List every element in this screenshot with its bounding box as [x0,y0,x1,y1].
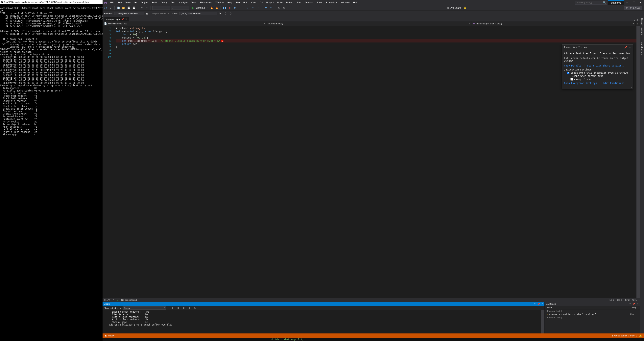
thread-dropdown[interactable]: [2604] Main Thread [180,12,217,15]
out-btn-5[interactable]: ⎙ [192,306,197,310]
nav-back-button[interactable]: ◯ [103,6,108,10]
flag-button[interactable]: ⚑ [218,11,222,16]
menu-analyze[interactable]: Analyze [177,1,190,5]
cs-pin-icon[interactable]: 📌 [632,303,635,305]
call-stack-header[interactable]: Call Stack ▾📌✕ [545,302,640,306]
quick-search[interactable]: 🔍 [575,1,606,5]
call-stack-rows[interactable]: [External Code]➜example1.exe!main(int ar… [545,309,640,333]
console-output[interactable]: ==23696==ERROR: AddressSanitizer: stack-… [0,4,102,136]
output-header[interactable]: Output ▾📌✕ [102,302,544,306]
exception-settings-header[interactable]: Exception Settings [564,68,631,71]
start-live-share-link[interactable]: Start Live Share session... [587,64,626,67]
menu-help[interactable]: Help [226,1,234,5]
process-dropdown[interactable]: [23696] example1.exe [114,12,144,15]
search-input[interactable] [575,1,607,5]
menu-window[interactable]: Window [339,1,351,5]
live-share-button[interactable]: ⇲Live Share [446,6,462,10]
pin-icon[interactable]: 📌 [122,18,124,20]
line-ending[interactable]: CRLF [632,299,638,301]
hot-reload-button[interactable]: 🔥 [210,6,214,10]
minimize-button[interactable]: — [624,1,630,5]
int-preview-badge[interactable]: INT PREVIEW [624,6,642,10]
solution-name[interactable]: example1 [608,1,624,5]
menu-tools[interactable]: Tools [315,1,324,5]
copy-details-link[interactable]: Copy Details [564,64,581,67]
menu-debug[interactable]: Debug [159,1,169,5]
restart-button[interactable]: ↻ [233,6,237,10]
menu-test[interactable]: Test [295,1,303,5]
menu-view[interactable]: View [124,1,132,5]
team-explorer-tab[interactable]: Team Explorer [640,40,644,57]
menu-test[interactable]: Test [170,1,177,5]
step-into-button[interactable]: ↓ [246,6,250,10]
save-button[interactable]: 💾 [126,6,131,10]
solution-explorer-tab[interactable]: Solution Explorer [640,17,644,36]
call-stack-columns[interactable]: Name Lang [545,306,640,309]
step-over-button[interactable]: ↷ [251,6,255,10]
out-btn-2[interactable]: ≡ [176,306,180,310]
char-number[interactable]: Ch: 1 [617,299,622,301]
call-stack-row[interactable]: [External Code] [545,316,640,319]
stackframe-button[interactable]: ⎙ [223,11,228,16]
tool-button-1[interactable]: ⎙ [276,6,281,10]
close-button[interactable]: ✕ [637,1,644,5]
nav-project-dropdown[interactable]: 📄 Miscellaneous Files▾ [102,22,267,26]
out-btn-4[interactable]: ≡ [187,306,192,310]
edit-conditions-link[interactable]: Edit Conditions [603,82,624,85]
redo-button[interactable]: ↷ [144,6,149,10]
menu-git[interactable]: Git [258,1,264,5]
split-view-icon[interactable]: ⫿ [636,22,640,26]
open-button[interactable]: 📂 [122,6,126,10]
menu-file[interactable]: File [108,1,116,5]
step-out-button[interactable]: ↑ [256,6,260,10]
menu-file[interactable]: File [234,1,242,5]
add-source-control-button[interactable]: ↑ Add to Source Control ▴ [612,334,637,337]
tab-overflow-icon[interactable]: ▾ [634,19,635,22]
output-close-icon[interactable]: ✕ [542,303,543,305]
output-dropdown-icon[interactable]: ▾ [534,303,536,305]
out-btn-3[interactable]: ≡ [182,306,186,310]
open-exception-settings-link[interactable]: Open Exception Settings [564,82,597,85]
issues-text[interactable]: No issues found [121,299,137,301]
doc-tab-example1[interactable]: example1.cpp 📌 ✕ [104,17,129,22]
tab-settings-icon[interactable]: ✶ [636,19,638,22]
pause-button[interactable]: ❚❚ [222,6,227,10]
menu-help[interactable]: Help [351,1,360,5]
resize-grip-icon[interactable]: ◢ [562,86,633,89]
platform-dropdown[interactable] [171,6,189,10]
menu-view[interactable]: View [249,1,258,5]
stop-button[interactable]: ■ [228,6,232,10]
step-back-button[interactable]: ↶ [264,6,268,10]
show-next-stmt-button[interactable]: → [240,6,245,10]
menu-analyze[interactable]: Analyze [303,1,315,5]
out-btn-1[interactable]: ≡ [170,306,175,310]
menu-tools[interactable]: Tools [189,1,198,5]
maximize-button[interactable]: ☐ [630,1,637,5]
step-fwd-button[interactable]: ↷ [269,6,273,10]
nav-scope-dropdown[interactable]: (Global Scope)▾ [267,22,471,26]
vs-logo-icon[interactable]: ⋈ [102,1,108,4]
line-number[interactable]: Ln: 5 [610,299,614,301]
menu-build[interactable]: Build [150,1,159,5]
notifications-icon[interactable]: 🔔 [639,334,642,337]
config-dropdown[interactable] [152,6,170,10]
menu-extensions[interactable]: Extensions [198,1,214,5]
close-popup-icon[interactable]: ✕ [629,46,631,49]
code-surface[interactable]: #include <string.h>int main(int argc, ch… [114,26,636,298]
save-all-button[interactable]: 💾 [132,6,136,10]
close-tab-icon[interactable]: ✕ [125,18,127,21]
new-item-button[interactable]: 📄 [116,6,120,10]
module-checkbox[interactable]: example1.exe [570,78,592,81]
zoom-level[interactable]: 111 % [104,299,110,301]
call-stack-row[interactable]: [External Code] [545,309,640,313]
lifecycle-icon[interactable]: ▣ [145,11,149,16]
menu-extensions[interactable]: Extensions [324,1,339,5]
menu-project[interactable]: Project [139,1,150,5]
stackframe-2-button[interactable]: ⎙ [228,11,233,16]
break-when-thrown-checkbox[interactable]: Break when this exception type is thrown [567,72,628,74]
menu-git[interactable]: Git [132,1,139,5]
menu-build[interactable]: Build [276,1,284,5]
console-titlebar[interactable]: ▣ C:\MSDN\cpp-docs-pr\docs\c-language\AS… [0,0,102,4]
output-source-dropdown[interactable]: Debug▾ [122,306,166,310]
search-icon[interactable]: 🔍 [603,1,606,4]
